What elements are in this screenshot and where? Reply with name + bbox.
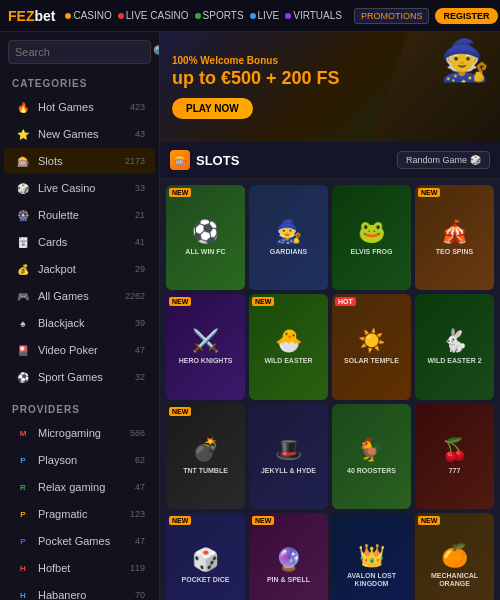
main-content: 🧙 100% Welcome Bonus up to €500 + 200 FS…: [160, 32, 500, 600]
game-thumb[interactable]: 🍊 MECHANICAL ORANGE NEW: [415, 513, 494, 600]
game-image: 🐸 ELVIS FROG: [332, 185, 411, 290]
category-count: 33: [135, 183, 145, 193]
play-now-button[interactable]: PLAY NOW: [172, 98, 253, 119]
provider-item-relax-gaming[interactable]: R Relax gaming 47: [4, 474, 155, 500]
game-image: 💣 TNT TUMBLE: [166, 404, 245, 509]
category-label: Roulette: [38, 209, 135, 221]
category-label: All Games: [38, 290, 125, 302]
category-label: Cards: [38, 236, 135, 248]
sidebar-item-jackpot[interactable]: 💰 Jackpot 29: [4, 256, 155, 282]
category-label: Hot Games: [38, 101, 130, 113]
game-thumb[interactable]: 💣 TNT TUMBLE NEW: [166, 404, 245, 509]
provider-icon: H: [14, 559, 32, 577]
game-thumb[interactable]: 🐇 WILD EASTER 2: [415, 294, 494, 399]
banner-subtitle: 100% Welcome Bonus: [172, 55, 340, 66]
sidebar-item-roulette[interactable]: 🎡 Roulette 21: [4, 202, 155, 228]
top-navigation: FEZbet CASINO LIVE CASINO SPORTS LIVE VI…: [0, 0, 500, 32]
game-image: 👑 AVALON LOST KINGDOM: [332, 513, 411, 600]
game-thumb[interactable]: 🎩 JEKYLL & HYDE: [249, 404, 328, 509]
game-thumb[interactable]: 🐸 ELVIS FROG: [332, 185, 411, 290]
category-label: New Games: [38, 128, 135, 140]
live-casino-dot: [118, 13, 124, 19]
new-badge: NEW: [169, 516, 191, 525]
promotions-button[interactable]: PROMOTIONS: [354, 8, 430, 24]
search-icon: 🔍: [153, 45, 160, 59]
nav-live-casino[interactable]: LIVE CASINO: [118, 10, 189, 21]
category-label: Jackpot: [38, 263, 135, 275]
live-dot: [250, 13, 256, 19]
provider-item-playson[interactable]: P Playson 62: [4, 447, 155, 473]
category-icon: ⭐: [14, 125, 32, 143]
nav-casino[interactable]: CASINO: [65, 10, 111, 21]
game-thumb[interactable]: 🍒 777: [415, 404, 494, 509]
provider-count: 47: [135, 536, 145, 546]
provider-item-hofbet[interactable]: H Hofbet 119: [4, 555, 155, 581]
provider-icon: P: [14, 505, 32, 523]
sidebar-item-all-games[interactable]: 🎮 All Games 2262: [4, 283, 155, 309]
nav-sports[interactable]: SPORTS: [195, 10, 244, 21]
categories-title: CATEGORIES: [0, 72, 159, 93]
new-badge: NEW: [418, 516, 440, 525]
provider-item-microgaming[interactable]: M Microgaming 566: [4, 420, 155, 446]
search-input[interactable]: [15, 46, 153, 58]
slots-section-header: 🎰 SLOTS Random Game 🎲: [160, 142, 500, 179]
sidebar-item-slots[interactable]: 🎰 Slots 2173: [4, 148, 155, 174]
category-icon: 🎮: [14, 287, 32, 305]
provider-icon: M: [14, 424, 32, 442]
categories-list: 🔥 Hot Games 423 ⭐ New Games 43 🎰 Slots 2…: [0, 94, 159, 390]
game-thumb[interactable]: 🔮 PIN & SPELL NEW: [249, 513, 328, 600]
provider-item-pragmatic[interactable]: P Pragmatic 123: [4, 501, 155, 527]
game-thumb[interactable]: 🎲 POCKET DICE NEW: [166, 513, 245, 600]
game-image: ⚔️ HERO KNIGHTS: [166, 294, 245, 399]
sports-dot: [195, 13, 201, 19]
category-count: 29: [135, 264, 145, 274]
provider-icon: R: [14, 478, 32, 496]
sidebar-item-cards[interactable]: 🃏 Cards 41: [4, 229, 155, 255]
provider-count: 70: [135, 590, 145, 600]
provider-label: Pragmatic: [38, 508, 130, 520]
provider-item-pocket-games[interactable]: P Pocket Games 47: [4, 528, 155, 554]
game-thumb[interactable]: 🎪 TEO SPINS NEW: [415, 185, 494, 290]
provider-icon: H: [14, 586, 32, 600]
game-image: 🔮 PIN & SPELL: [249, 513, 328, 600]
category-count: 32: [135, 372, 145, 382]
game-thumb[interactable]: ⚔️ HERO KNIGHTS NEW: [166, 294, 245, 399]
sidebar-item-sport-games[interactable]: ⚽ Sport Games 32: [4, 364, 155, 390]
game-thumb[interactable]: 🐓 40 ROOSTERS: [332, 404, 411, 509]
nav-virtuals[interactable]: VIRTUALS: [285, 10, 342, 21]
provider-icon: P: [14, 532, 32, 550]
game-thumb[interactable]: ☀️ SOLAR TEMPLE HOT: [332, 294, 411, 399]
banner-headline: up to €500 + 200 FS: [172, 68, 340, 90]
sidebar-item-video-poker[interactable]: 🎴 Video Poker 47: [4, 337, 155, 363]
providers-list: M Microgaming 566 P Playson 62 R Relax g…: [0, 420, 159, 600]
sidebar-item-live-casino[interactable]: 🎲 Live Casino 33: [4, 175, 155, 201]
category-icon: ♠: [14, 314, 32, 332]
sidebar-item-new-games[interactable]: ⭐ New Games 43: [4, 121, 155, 147]
register-button[interactable]: REGISTER: [435, 8, 497, 24]
provider-label: Habanero: [38, 589, 135, 600]
slots-icon: 🎰: [170, 150, 190, 170]
hot-badge: HOT: [335, 297, 356, 306]
game-thumb[interactable]: 🧙 GARDIANS: [249, 185, 328, 290]
main-layout: 🔍 CATEGORIES 🔥 Hot Games 423 ⭐ New Games…: [0, 32, 500, 600]
sidebar-item-blackjack[interactable]: ♠ Blackjack 39: [4, 310, 155, 336]
category-icon: 🎲: [14, 179, 32, 197]
provider-item-habanero[interactable]: H Habanero 70: [4, 582, 155, 600]
game-thumb[interactable]: 🐣 WILD EASTER NEW: [249, 294, 328, 399]
category-label: Sport Games: [38, 371, 135, 383]
category-icon: 🎴: [14, 341, 32, 359]
random-game-button[interactable]: Random Game 🎲: [397, 151, 490, 169]
sidebar-item-hot-games[interactable]: 🔥 Hot Games 423: [4, 94, 155, 120]
game-thumb[interactable]: 👑 AVALON LOST KINGDOM: [332, 513, 411, 600]
nav-live[interactable]: LIVE: [250, 10, 280, 21]
category-icon: ⚽: [14, 368, 32, 386]
provider-label: Playson: [38, 454, 135, 466]
category-count: 21: [135, 210, 145, 220]
game-image: 🍊 MECHANICAL ORANGE: [415, 513, 494, 600]
game-image: 🎪 TEO SPINS: [415, 185, 494, 290]
game-image: 🐓 40 ROOSTERS: [332, 404, 411, 509]
logo[interactable]: FEZbet: [8, 8, 55, 24]
game-image: ⚽ ALL WIN FC: [166, 185, 245, 290]
game-thumb[interactable]: ⚽ ALL WIN FC NEW: [166, 185, 245, 290]
search-box[interactable]: 🔍: [8, 40, 151, 64]
